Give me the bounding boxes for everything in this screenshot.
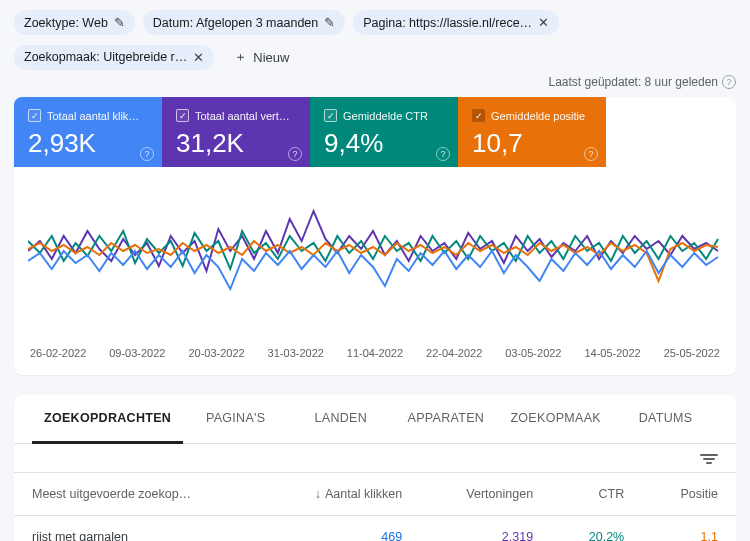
metric-label: Totaal aantal klik… [47, 110, 139, 122]
col-impressions[interactable]: Vertoningen [420, 473, 551, 516]
performance-card: ✓ Totaal aantal klik… 2,93K ? ✓ Totaal a… [14, 97, 736, 375]
filter-chip-searchtype[interactable]: Zoektype: Web ✎ [14, 10, 135, 35]
table-card: ZOEKOPDRACHTEN PAGINA'S LANDEN APPARATEN… [14, 395, 736, 541]
cell-position: 1,1 [642, 516, 736, 542]
help-icon[interactable]: ? [584, 147, 598, 161]
data-table: Meest uitgevoerde zoekop… ↓Aantal klikke… [14, 472, 736, 541]
pencil-icon: ✎ [114, 15, 125, 30]
help-icon[interactable]: ? [140, 147, 154, 161]
cell-clicks: 469 [263, 516, 420, 542]
pencil-icon: ✎ [324, 15, 335, 30]
checkbox-icon[interactable]: ✓ [324, 109, 337, 122]
x-tick: 09-03-2022 [109, 347, 165, 359]
table-row[interactable]: rijst met garnalen 469 2.319 20,2% 1,1 [14, 516, 736, 542]
tab-queries[interactable]: ZOEKOPDRACHTEN [32, 395, 183, 444]
col-position[interactable]: Positie [642, 473, 736, 516]
filter-chip-date[interactable]: Datum: Afgelopen 3 maanden ✎ [143, 10, 345, 35]
cell-query: rijst met garnalen [14, 516, 263, 542]
table-tabs: ZOEKOPDRACHTEN PAGINA'S LANDEN APPARATEN… [14, 395, 736, 444]
metric-label: Gemiddelde CTR [343, 110, 428, 122]
x-tick: 03-05-2022 [505, 347, 561, 359]
x-tick: 14-05-2022 [584, 347, 640, 359]
chip-label: Datum: Afgelopen 3 maanden [153, 16, 318, 30]
series-impressions [28, 211, 718, 271]
checkbox-icon[interactable]: ✓ [176, 109, 189, 122]
metric-tile-clicks[interactable]: ✓ Totaal aantal klik… 2,93K ? [14, 97, 162, 167]
tab-countries[interactable]: LANDEN [288, 395, 393, 443]
checkbox-icon[interactable]: ✓ [472, 109, 485, 122]
status-line: Laatst geüpdatet: 8 uur geleden ? [0, 75, 750, 97]
line-chart [28, 181, 722, 341]
chip-label: Zoekopmaak: Uitgebreide r… [24, 50, 187, 64]
add-filter-label: Nieuw [253, 50, 289, 65]
cell-impressions: 2.319 [420, 516, 551, 542]
filter-icon[interactable] [700, 454, 718, 464]
close-icon[interactable]: ✕ [193, 50, 204, 65]
metric-tile-position[interactable]: ✓ Gemiddelde positie 10,7 ? [458, 97, 606, 167]
help-icon[interactable]: ? [288, 147, 302, 161]
metric-value: 31,2K [176, 128, 296, 159]
tab-dates[interactable]: DATUMS [613, 395, 718, 443]
help-icon[interactable]: ? [436, 147, 450, 161]
metric-tile-ctr[interactable]: ✓ Gemiddelde CTR 9,4% ? [310, 97, 458, 167]
x-tick: 26-02-2022 [30, 347, 86, 359]
x-tick: 25-05-2022 [664, 347, 720, 359]
series-clicks [28, 251, 718, 289]
chip-label: Zoektype: Web [24, 16, 108, 30]
chip-label: Pagina: https://lassie.nl/rece… [363, 16, 532, 30]
metric-tiles: ✓ Totaal aantal klik… 2,93K ? ✓ Totaal a… [14, 97, 736, 167]
x-tick: 11-04-2022 [347, 347, 403, 359]
last-updated-label: Laatst geüpdatet: 8 uur geleden [549, 75, 718, 89]
chart-area: 26-02-2022 09-03-2022 20-03-2022 31-03-2… [14, 167, 736, 375]
x-tick: 20-03-2022 [188, 347, 244, 359]
x-tick: 31-03-2022 [268, 347, 324, 359]
tab-devices[interactable]: APPARATEN [393, 395, 498, 443]
checkbox-icon[interactable]: ✓ [28, 109, 41, 122]
col-ctr[interactable]: CTR [551, 473, 642, 516]
x-tick: 22-04-2022 [426, 347, 482, 359]
series-position [28, 241, 718, 281]
metric-value: 10,7 [472, 128, 592, 159]
add-filter-button[interactable]: ＋ Nieuw [222, 43, 301, 71]
col-query[interactable]: Meest uitgevoerde zoekop… [14, 473, 263, 516]
sort-arrow-down-icon: ↓ [315, 487, 321, 501]
filter-chip-page[interactable]: Pagina: https://lassie.nl/rece… ✕ [353, 10, 559, 35]
tab-pages[interactable]: PAGINA'S [183, 395, 288, 443]
x-axis: 26-02-2022 09-03-2022 20-03-2022 31-03-2… [28, 341, 722, 371]
close-icon[interactable]: ✕ [538, 15, 549, 30]
filters-bar: Zoektype: Web ✎ Datum: Afgelopen 3 maand… [0, 0, 750, 75]
metric-value: 2,93K [28, 128, 148, 159]
help-icon[interactable]: ? [722, 75, 736, 89]
filter-chip-appearance[interactable]: Zoekopmaak: Uitgebreide r… ✕ [14, 45, 214, 70]
metric-value: 9,4% [324, 128, 444, 159]
plus-icon: ＋ [234, 48, 247, 66]
metric-label: Gemiddelde positie [491, 110, 585, 122]
cell-ctr: 20,2% [551, 516, 642, 542]
col-clicks[interactable]: ↓Aantal klikken [263, 473, 420, 516]
metric-label: Totaal aantal vert… [195, 110, 290, 122]
metric-tile-impressions[interactable]: ✓ Totaal aantal vert… 31,2K ? [162, 97, 310, 167]
tab-appearance[interactable]: ZOEKOPMAAK [498, 395, 613, 443]
